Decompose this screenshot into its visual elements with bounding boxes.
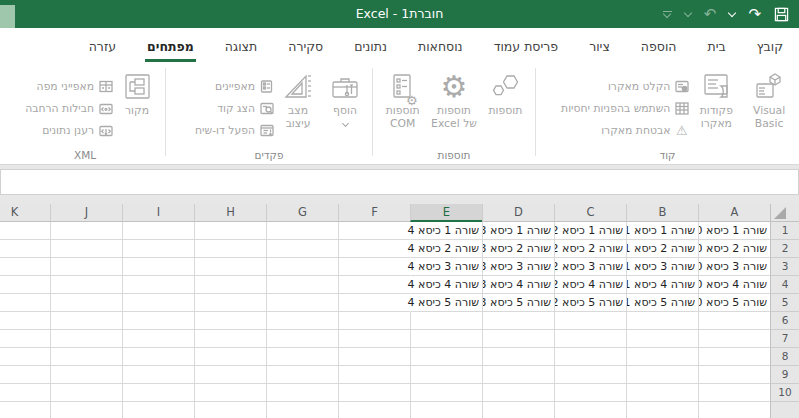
refresh-data-button[interactable]: רענן נתונים bbox=[11, 119, 113, 141]
cell-F4[interactable] bbox=[338, 276, 410, 294]
cell-F2[interactable] bbox=[338, 240, 410, 258]
cell-H5[interactable] bbox=[194, 294, 266, 312]
cell-J1[interactable] bbox=[50, 222, 122, 240]
cell-B10[interactable] bbox=[626, 384, 698, 402]
cell-J11[interactable] bbox=[50, 402, 122, 418]
macros-button[interactable]: פקודות מאקרו bbox=[689, 67, 743, 130]
cell-D7[interactable] bbox=[482, 330, 554, 348]
cell-I1[interactable] bbox=[122, 222, 194, 240]
cell-H6[interactable] bbox=[194, 312, 266, 330]
cell-D6[interactable] bbox=[482, 312, 554, 330]
cell-A5[interactable]: שורה 5 כיסא 0 bbox=[698, 294, 770, 312]
cell-C10[interactable] bbox=[554, 384, 626, 402]
expansion-packs-button[interactable]: חבילות הרחבה bbox=[11, 97, 113, 119]
record-macro-button[interactable]: הקלט מאקרו bbox=[540, 75, 689, 97]
cell-E9[interactable] bbox=[410, 366, 482, 384]
cell-H8[interactable] bbox=[194, 348, 266, 366]
cell-G8[interactable] bbox=[266, 348, 338, 366]
cell-H9[interactable] bbox=[194, 366, 266, 384]
use-relative-references-button[interactable]: השתמש בהפניות יחסיות bbox=[540, 97, 689, 119]
cell-E7[interactable] bbox=[410, 330, 482, 348]
xml-source-button[interactable]: מקור bbox=[113, 67, 161, 118]
cell-C3[interactable]: שורה 3 כיסא 2 bbox=[554, 258, 626, 276]
cell-J2[interactable] bbox=[50, 240, 122, 258]
cell-J6[interactable] bbox=[50, 312, 122, 330]
column-header-K[interactable]: K bbox=[0, 204, 50, 222]
cell-B1[interactable]: שורה 1 כיסא 1 bbox=[626, 222, 698, 240]
cell-H10[interactable] bbox=[194, 384, 266, 402]
cell-H4[interactable] bbox=[194, 276, 266, 294]
cell-I8[interactable] bbox=[122, 348, 194, 366]
cell-C7[interactable] bbox=[554, 330, 626, 348]
cell-A3[interactable]: שורה 3 כיסא 0 bbox=[698, 258, 770, 276]
cell-E6[interactable] bbox=[410, 312, 482, 330]
row-header-6[interactable]: 6 bbox=[770, 312, 799, 330]
cell-A10[interactable] bbox=[698, 384, 770, 402]
cell-K1[interactable] bbox=[0, 222, 50, 240]
cell-I4[interactable] bbox=[122, 276, 194, 294]
cell-E4[interactable]: שורה 4 כיסא 4 bbox=[410, 276, 482, 294]
redo-dropdown-icon[interactable] bbox=[729, 13, 735, 16]
redo-icon[interactable]: ↷ bbox=[748, 7, 761, 22]
cell-C8[interactable] bbox=[554, 348, 626, 366]
cell-C1[interactable]: שורה 1 כיסא 2 bbox=[554, 222, 626, 240]
cell-E8[interactable] bbox=[410, 348, 482, 366]
tab-review[interactable]: סקירה bbox=[286, 33, 325, 62]
cell-F5[interactable] bbox=[338, 294, 410, 312]
tab-draw[interactable]: ציור bbox=[587, 33, 612, 62]
cell-D9[interactable] bbox=[482, 366, 554, 384]
cell-H1[interactable] bbox=[194, 222, 266, 240]
cell-B2[interactable]: שורה 2 כיסא 1 bbox=[626, 240, 698, 258]
tab-formulas[interactable]: נוסחאות bbox=[416, 33, 465, 62]
cell-J7[interactable] bbox=[50, 330, 122, 348]
cell-J8[interactable] bbox=[50, 348, 122, 366]
cell-B11[interactable] bbox=[626, 402, 698, 418]
visual-basic-button[interactable]: Visual Basic bbox=[743, 67, 795, 130]
cell-G4[interactable] bbox=[266, 276, 338, 294]
formula-bar-input[interactable] bbox=[0, 169, 799, 195]
view-code-button[interactable]: הצג קוד bbox=[170, 97, 274, 119]
column-header-C[interactable]: C bbox=[554, 204, 626, 222]
cell-I7[interactable] bbox=[122, 330, 194, 348]
cell-G5[interactable] bbox=[266, 294, 338, 312]
column-header-A[interactable]: A bbox=[698, 204, 770, 222]
cell-G9[interactable] bbox=[266, 366, 338, 384]
cell-K11[interactable] bbox=[0, 402, 50, 418]
cell-F10[interactable] bbox=[338, 384, 410, 402]
cell-E10[interactable] bbox=[410, 384, 482, 402]
cell-K4[interactable] bbox=[0, 276, 50, 294]
cell-J5[interactable] bbox=[50, 294, 122, 312]
column-header-F[interactable]: F bbox=[338, 204, 410, 222]
cell-D1[interactable]: שורה 1 כיסא 3 bbox=[482, 222, 554, 240]
cell-F6[interactable] bbox=[338, 312, 410, 330]
select-all-button[interactable] bbox=[770, 204, 799, 222]
cell-G11[interactable] bbox=[266, 402, 338, 418]
save-icon[interactable] bbox=[774, 7, 789, 22]
row-header-4[interactable]: 4 bbox=[770, 276, 799, 294]
row-header-11[interactable] bbox=[770, 402, 799, 418]
cell-H2[interactable] bbox=[194, 240, 266, 258]
cell-C4[interactable]: שורה 4 כיסא 2 bbox=[554, 276, 626, 294]
cell-I6[interactable] bbox=[122, 312, 194, 330]
cell-J10[interactable] bbox=[50, 384, 122, 402]
cell-A6[interactable] bbox=[698, 312, 770, 330]
cell-E5[interactable]: שורה 5 כיסא 4 bbox=[410, 294, 482, 312]
row-header-10[interactable]: 10 bbox=[770, 384, 799, 402]
column-header-H[interactable]: H bbox=[194, 204, 266, 222]
column-header-B[interactable]: B bbox=[626, 204, 698, 222]
cell-F3[interactable] bbox=[338, 258, 410, 276]
cell-K2[interactable] bbox=[0, 240, 50, 258]
tab-data[interactable]: נתונים bbox=[352, 33, 389, 62]
cell-A4[interactable]: שורה 4 כיסא 0 bbox=[698, 276, 770, 294]
row-header-5[interactable]: 5 bbox=[770, 294, 799, 312]
cell-K5[interactable] bbox=[0, 294, 50, 312]
tab-page-layout[interactable]: פריסת עמוד bbox=[492, 33, 561, 62]
cell-B6[interactable] bbox=[626, 312, 698, 330]
cell-J9[interactable] bbox=[50, 366, 122, 384]
tab-file[interactable]: קובץ bbox=[755, 33, 785, 62]
tab-developer[interactable]: מפתחים bbox=[145, 33, 196, 62]
customize-quick-access-icon[interactable] bbox=[663, 11, 672, 17]
cell-G1[interactable] bbox=[266, 222, 338, 240]
column-header-E[interactable]: E bbox=[410, 204, 482, 222]
insert-control-button[interactable]: הוסף bbox=[322, 67, 368, 126]
